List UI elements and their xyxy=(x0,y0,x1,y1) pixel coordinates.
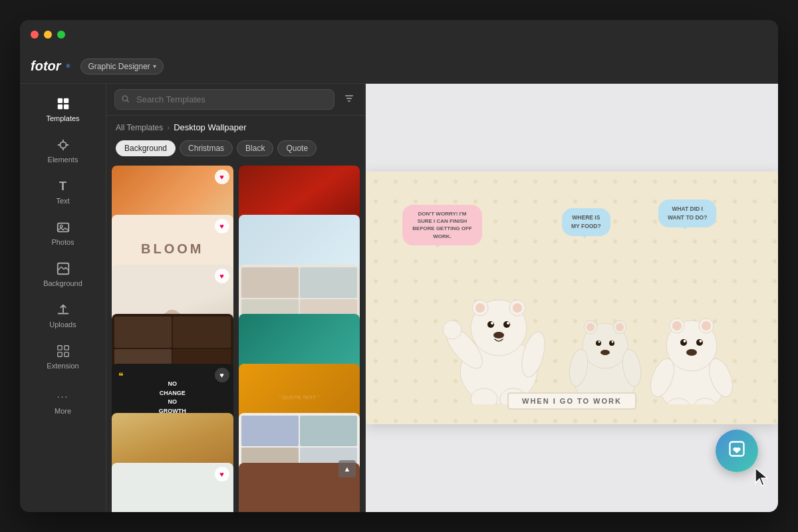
panels: All Templates › Desktop Wallpaper Backgr… xyxy=(106,84,778,512)
svg-point-24 xyxy=(503,321,510,328)
sidebar-item-uploads[interactable]: Uploads xyxy=(20,295,106,335)
svg-point-52 xyxy=(672,321,682,331)
sidebar-item-extension[interactable]: Extension xyxy=(20,336,106,376)
minimize-button[interactable] xyxy=(44,31,52,39)
svg-point-54 xyxy=(680,339,687,346)
tag-christmas[interactable]: Christmas xyxy=(180,140,233,156)
filter-button[interactable] xyxy=(341,90,357,109)
sidebar-item-text[interactable]: T Text xyxy=(20,172,106,211)
logo-text: fotor xyxy=(31,59,61,74)
svg-rect-3 xyxy=(63,104,68,109)
svg-point-57 xyxy=(700,340,702,342)
designer-mode-button[interactable]: Graphic Designer ▾ xyxy=(80,59,163,74)
svg-point-4 xyxy=(60,142,66,148)
heart-favorite-icon xyxy=(728,440,746,462)
maximize-button[interactable] xyxy=(57,31,65,39)
sidebar-item-more[interactable]: ··· More xyxy=(49,382,76,422)
search-input[interactable] xyxy=(114,89,334,110)
breadcrumb: All Templates › Desktop Wallpaper xyxy=(106,116,365,136)
svg-rect-2 xyxy=(57,104,62,109)
svg-point-30 xyxy=(443,321,462,339)
template-card[interactable]: ♥ xyxy=(112,463,233,512)
sidebar-item-photos[interactable]: Photos xyxy=(20,213,106,253)
search-box xyxy=(114,89,334,110)
polar-bears-illustration xyxy=(419,218,751,404)
close-button[interactable] xyxy=(31,31,39,39)
template-grid: ♥ ♡ ♥ BLOOM xyxy=(106,160,365,512)
canvas-area: DON'T WORRY! I'M SURE I CAN FINISH BEFOR… xyxy=(366,84,778,512)
templates-icon xyxy=(55,96,71,112)
svg-point-23 xyxy=(487,321,494,328)
canvas-frame: DON'T WORRY! I'M SURE I CAN FINISH BEFOR… xyxy=(366,172,778,424)
background-icon xyxy=(55,261,71,277)
text-icon: T xyxy=(55,178,71,194)
sidebar-label-text: Text xyxy=(56,197,69,205)
svg-point-42 xyxy=(612,341,614,343)
svg-point-56 xyxy=(684,340,686,342)
extension-icon xyxy=(55,343,71,359)
sidebar-label-background: Background xyxy=(43,279,82,287)
breadcrumb-current: Desktop Wallpaper xyxy=(174,122,246,132)
app-window: fotor® Graphic Designer ▾ xyxy=(20,20,778,512)
photos-icon xyxy=(55,219,71,235)
sidebar-nav: Templates Elements T Text xyxy=(20,84,106,426)
uploads-icon xyxy=(55,302,71,318)
heart-icon[interactable]: ♥ xyxy=(215,219,229,233)
sidebar: Templates Elements T Text xyxy=(20,84,106,512)
chevron-down-icon: ▾ xyxy=(153,63,156,70)
logo-area: fotor® xyxy=(31,59,70,74)
sidebar-label-photos: Photos xyxy=(51,238,74,246)
scroll-up-button[interactable]: ▲ xyxy=(338,460,356,477)
more-icon: ··· xyxy=(55,388,71,404)
heart-icon[interactable]: ♥ xyxy=(215,269,229,283)
svg-point-27 xyxy=(493,332,504,338)
bottom-banner: WHEN I GO TO WORK xyxy=(507,392,636,410)
title-bar xyxy=(20,20,778,49)
logo-registered: ® xyxy=(66,63,70,69)
svg-point-26 xyxy=(507,322,509,325)
breadcrumb-parent-link[interactable]: All Templates xyxy=(116,123,163,132)
sidebar-label-uploads: Uploads xyxy=(49,321,76,329)
sidebar-label-templates: Templates xyxy=(46,114,79,122)
svg-rect-8 xyxy=(57,346,61,350)
tag-background[interactable]: Background xyxy=(116,140,176,156)
heart-icon[interactable]: ♥ xyxy=(215,170,229,184)
sidebar-item-elements[interactable]: Elements xyxy=(20,130,106,170)
svg-point-58 xyxy=(686,349,697,356)
svg-rect-10 xyxy=(57,352,61,356)
svg-rect-1 xyxy=(63,98,68,103)
speech-bubble-left: DON'T WORRY! I'M SURE I CAN FINISH BEFOR… xyxy=(402,205,482,245)
svg-rect-0 xyxy=(57,98,62,103)
speech-bubble-mid: WHERE ISMY FOOD? xyxy=(562,208,610,236)
svg-rect-9 xyxy=(64,346,68,350)
cursor-indicator xyxy=(753,467,771,492)
svg-point-21 xyxy=(475,303,485,313)
tag-black[interactable]: Black xyxy=(237,140,273,156)
svg-point-43 xyxy=(600,350,610,355)
svg-rect-5 xyxy=(57,223,68,232)
filter-tags: Background Christmas Black Quote xyxy=(106,136,365,160)
heart-icon[interactable]: ♥ xyxy=(215,368,229,382)
tag-quote[interactable]: Quote xyxy=(277,140,317,156)
designer-mode-label: Graphic Designer xyxy=(88,62,150,71)
sidebar-label-extension: Extension xyxy=(47,362,78,370)
sidebar-label-elements: Elements xyxy=(48,156,78,164)
more-button[interactable]: ··· More xyxy=(49,378,76,426)
svg-point-53 xyxy=(702,321,711,331)
main-layout: Templates Elements T Text xyxy=(20,84,778,512)
speech-bubble-right: WHAT DID IWANT TO DO? xyxy=(658,200,716,227)
left-panel: All Templates › Desktop Wallpaper Backgr… xyxy=(106,84,366,512)
elements-icon xyxy=(55,137,71,153)
svg-point-6 xyxy=(60,225,63,227)
app-header: fotor® Graphic Designer ▾ xyxy=(20,49,778,84)
svg-point-41 xyxy=(598,341,600,343)
heart-icon[interactable]: ♥ xyxy=(215,467,229,481)
sidebar-item-templates[interactable]: Templates xyxy=(20,89,106,129)
sidebar-label-more: More xyxy=(55,407,71,415)
sidebar-item-background[interactable]: Background xyxy=(20,254,106,294)
svg-point-55 xyxy=(696,339,703,346)
svg-point-37 xyxy=(587,323,595,331)
search-row xyxy=(106,84,365,116)
favorite-fab-button[interactable] xyxy=(716,430,758,472)
svg-point-38 xyxy=(616,323,624,331)
